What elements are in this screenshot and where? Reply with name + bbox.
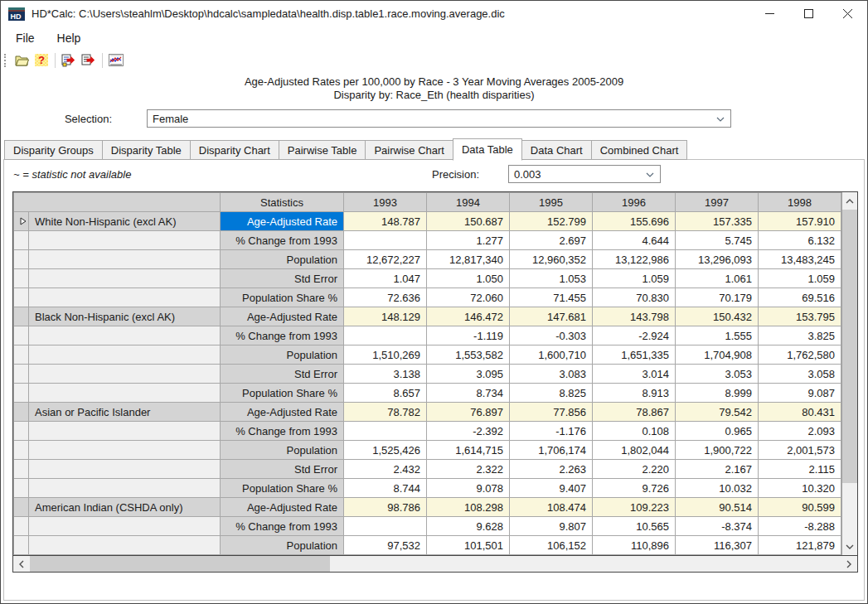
group-cell[interactable]: [29, 441, 221, 460]
group-cell[interactable]: Black Non-Hispanic (excl AK): [29, 307, 221, 326]
scroll-left-button[interactable]: [13, 556, 30, 572]
statistic-label-cell[interactable]: Population Share %: [221, 384, 344, 403]
value-cell[interactable]: 157.910: [759, 212, 841, 231]
value-cell[interactable]: 12,960,352: [510, 250, 593, 269]
value-cell[interactable]: 3.083: [510, 365, 593, 384]
value-cell[interactable]: -1.119: [427, 326, 510, 345]
value-cell[interactable]: 101,501: [427, 536, 510, 555]
value-cell[interactable]: 155.696: [593, 212, 676, 231]
value-cell[interactable]: 8.734: [427, 384, 510, 403]
row-indicator-cell[interactable]: [14, 365, 29, 384]
statistic-label-cell[interactable]: Std Error: [221, 269, 344, 288]
value-cell[interactable]: [344, 231, 427, 250]
value-cell[interactable]: 147.681: [510, 307, 593, 326]
value-cell[interactable]: 152.799: [510, 212, 593, 231]
statistic-label-cell[interactable]: Population: [221, 345, 344, 365]
value-cell[interactable]: 98.786: [344, 498, 427, 517]
value-cell[interactable]: 9.628: [427, 517, 510, 536]
row-indicator-cell[interactable]: [14, 479, 29, 498]
row-indicator-cell[interactable]: [14, 288, 29, 307]
value-cell[interactable]: 148.787: [344, 212, 427, 231]
value-cell[interactable]: 1.061: [676, 269, 759, 288]
statistic-label-cell[interactable]: % Change from 1993: [221, 517, 344, 536]
value-cell[interactable]: 1,651,335: [593, 345, 676, 365]
scroll-down-button[interactable]: [842, 538, 857, 555]
value-cell[interactable]: -1.176: [510, 422, 593, 441]
value-cell[interactable]: 2.220: [593, 460, 676, 479]
vertical-scroll-thumb[interactable]: [842, 210, 857, 483]
value-cell[interactable]: 2.697: [510, 231, 593, 250]
value-cell[interactable]: 108.298: [427, 498, 510, 517]
value-cell[interactable]: 0.108: [593, 422, 676, 441]
row-indicator-cell[interactable]: [14, 345, 29, 365]
value-cell[interactable]: 3.138: [344, 365, 427, 384]
horizontal-scroll-thumb[interactable]: [30, 556, 330, 572]
value-cell[interactable]: 9.407: [510, 479, 593, 498]
group-cell[interactable]: White Non-Hispanic (excl AK): [29, 212, 221, 231]
statistic-label-cell[interactable]: Population: [221, 536, 344, 555]
value-cell[interactable]: 3.095: [427, 365, 510, 384]
value-cell[interactable]: 13,122,986: [593, 250, 676, 269]
row-indicator-cell[interactable]: [14, 212, 29, 231]
column-header-1996[interactable]: 1996: [593, 193, 676, 212]
value-cell[interactable]: 78.782: [344, 403, 427, 422]
vertical-scrollbar[interactable]: [841, 192, 857, 555]
group-cell[interactable]: [29, 460, 221, 479]
value-cell[interactable]: 109.223: [593, 498, 676, 517]
row-indicator-cell[interactable]: [14, 250, 29, 269]
value-cell[interactable]: 3.825: [759, 326, 841, 345]
statistic-label-cell[interactable]: Age-Adjusted Rate: [221, 307, 344, 326]
value-cell[interactable]: 72.060: [427, 288, 510, 307]
value-cell[interactable]: 13,296,093: [676, 250, 759, 269]
value-cell[interactable]: 2.432: [344, 460, 427, 479]
export-table-button[interactable]: [59, 51, 79, 70]
value-cell[interactable]: 2.115: [759, 460, 841, 479]
value-cell[interactable]: 10.565: [593, 517, 676, 536]
value-cell[interactable]: 70.830: [593, 288, 676, 307]
value-cell[interactable]: 1.059: [759, 269, 841, 288]
menu-help[interactable]: Help: [57, 31, 81, 45]
value-cell[interactable]: 3.058: [759, 365, 841, 384]
value-cell[interactable]: 2.093: [759, 422, 841, 441]
group-cell[interactable]: Asian or Pacific Islander: [29, 403, 221, 422]
row-indicator-cell[interactable]: [14, 441, 29, 460]
row-indicator-cell[interactable]: [14, 498, 29, 517]
value-cell[interactable]: 1,762,580: [759, 345, 841, 365]
value-cell[interactable]: 3.053: [676, 365, 759, 384]
row-indicator-cell[interactable]: [14, 326, 29, 345]
value-cell[interactable]: 80.431: [759, 403, 841, 422]
value-cell[interactable]: -0.303: [510, 326, 593, 345]
value-cell[interactable]: 110,896: [593, 536, 676, 555]
value-cell[interactable]: 5.745: [676, 231, 759, 250]
value-cell[interactable]: 8.913: [593, 384, 676, 403]
value-cell[interactable]: 79.542: [676, 403, 759, 422]
row-indicator-cell[interactable]: [14, 536, 29, 555]
statistic-label-cell[interactable]: Population: [221, 441, 344, 460]
statistic-label-cell[interactable]: Population: [221, 250, 344, 269]
tab-data-table[interactable]: Data Table: [453, 138, 522, 161]
value-cell[interactable]: 90.514: [676, 498, 759, 517]
value-cell[interactable]: 12,672,227: [344, 250, 427, 269]
export-data-button[interactable]: [79, 51, 99, 70]
toolbar-grip[interactable]: [4, 54, 7, 67]
value-cell[interactable]: 13,483,245: [759, 250, 841, 269]
group-cell[interactable]: [29, 365, 221, 384]
column-header-1995[interactable]: 1995: [510, 193, 593, 212]
row-indicator-cell[interactable]: [14, 384, 29, 403]
value-cell[interactable]: 1,525,426: [344, 441, 427, 460]
value-cell[interactable]: 8.999: [676, 384, 759, 403]
scroll-up-button[interactable]: [842, 192, 857, 210]
value-cell[interactable]: 2.263: [510, 460, 593, 479]
tab-pairwise-table[interactable]: Pairwise Table: [279, 140, 366, 160]
tab-disparity-groups[interactable]: Disparity Groups: [4, 140, 103, 160]
value-cell[interactable]: 4.644: [593, 231, 676, 250]
value-cell[interactable]: 90.599: [759, 498, 841, 517]
row-indicator-cell[interactable]: [14, 307, 29, 326]
value-cell[interactable]: 3.014: [593, 365, 676, 384]
value-cell[interactable]: 116,307: [676, 536, 759, 555]
value-cell[interactable]: -8.374: [676, 517, 759, 536]
tab-disparity-table[interactable]: Disparity Table: [103, 140, 191, 160]
value-cell[interactable]: 148.129: [344, 307, 427, 326]
tab-disparity-chart[interactable]: Disparity Chart: [191, 140, 279, 160]
value-cell[interactable]: 150.687: [427, 212, 510, 231]
